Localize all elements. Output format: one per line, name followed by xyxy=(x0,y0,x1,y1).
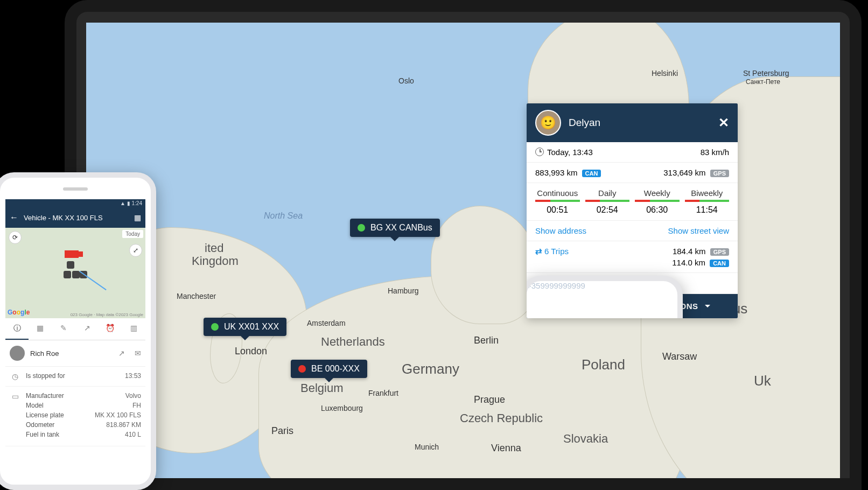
city-amsterdam: Amsterdam xyxy=(307,319,346,327)
badge-can: CAN xyxy=(582,170,601,177)
city-paris: Paris xyxy=(271,425,293,437)
refresh-icon[interactable]: ⟳ xyxy=(9,231,22,244)
city-stpetersburg: St Petersburg xyxy=(743,69,789,78)
stat-biweekly: Biweekly 11:54 xyxy=(685,188,730,215)
route-line xyxy=(79,271,106,290)
stopped-label: Is stopped for xyxy=(26,372,120,380)
tab-alarm[interactable]: ⏰ xyxy=(99,318,122,340)
city-london: London xyxy=(235,346,267,357)
city-helsinki: Helsinki xyxy=(652,69,678,78)
driver-phone[interactable]: +359999999999 xyxy=(527,276,683,318)
card-stats: Continuous 00:51 Daily 02:54 Weekly xyxy=(527,183,738,221)
status-dot-green xyxy=(358,224,365,232)
truck-icon xyxy=(65,250,79,258)
phone-driver-name: Rich Roe xyxy=(30,349,109,358)
country-slovakia: Slovakia xyxy=(563,432,608,446)
mail-icon[interactable]: ✉ xyxy=(135,349,141,358)
city-warsaw: Warsaw xyxy=(662,351,697,362)
trips-can: 114.0 km xyxy=(672,258,705,267)
trips-gps: 184.4 km xyxy=(673,247,706,256)
city-berlin: Berlin xyxy=(474,335,499,346)
waypoint-marker xyxy=(67,261,74,269)
tab-calendar[interactable]: ▦ xyxy=(29,318,52,340)
tab-share[interactable]: ↗ xyxy=(75,318,99,340)
phone-tabs: ⓘ ▦ ✎ ↗ ⏰ ▥ xyxy=(5,318,145,340)
map[interactable]: North Sea Oslo Stockholm Helsinki St Pet… xyxy=(86,23,840,478)
phone-device: ▲ ▮ 1:24 ← Vehicle - MK XX 100 FLS ▦ Tod… xyxy=(0,172,156,490)
sea-label: North Sea xyxy=(264,211,303,221)
badge-can: CAN xyxy=(710,260,729,267)
stat-weekly: Weekly 06:30 xyxy=(635,188,680,215)
map-attribution: 023 Google · Map data ©2023 Google xyxy=(71,312,143,317)
tab-info[interactable]: ⓘ xyxy=(5,318,29,340)
phone-map[interactable]: Today ⟳ ⤢ Google 023 Google · Map data ©… xyxy=(5,228,145,318)
phone-header: ← Vehicle - MK XX 100 FLS ▦ xyxy=(5,207,145,228)
badge-gps: GPS xyxy=(710,248,729,256)
vehicle-pin-bg[interactable]: BG XX CANBus xyxy=(350,219,440,237)
laptop-screen: North Sea Oslo Stockholm Helsinki St Pet… xyxy=(86,23,840,478)
stopped-value: 13:53 xyxy=(125,372,141,380)
stat-value: 06:30 xyxy=(635,205,680,215)
phone-speaker xyxy=(63,187,88,191)
driver-avatar-small[interactable] xyxy=(10,346,25,361)
v-manufacturer: Volvo xyxy=(125,392,141,400)
close-icon[interactable]: ✕ xyxy=(718,115,729,130)
trips-icon: ⇄ xyxy=(535,247,541,256)
stat-value: 02:54 xyxy=(585,205,630,215)
pin-label: BE 000-XXX xyxy=(311,364,360,374)
caret-down-icon xyxy=(705,305,710,310)
city-stpetersburg-ru: Санкт-Пете xyxy=(746,78,780,86)
phone-title: Vehicle - MK XX 100 FLS xyxy=(24,214,129,222)
k-fuel: Fuel in tank xyxy=(26,431,59,438)
country-uk2: Uk xyxy=(754,373,771,389)
phone-details-row: ▭ ManufacturerVolvo ModelFH License plat… xyxy=(5,387,145,446)
phone-status-bar: ▲ ▮ 1:24 xyxy=(5,199,145,207)
stat-label: Weekly xyxy=(635,188,680,198)
google-logo: Google xyxy=(8,309,30,316)
odo-can: 883,993 km xyxy=(535,168,577,177)
driver-card: 🙂 Delyan +359999999999 ✕ Today, 13:43 83… xyxy=(527,103,738,318)
k-plate: License plate xyxy=(26,411,64,419)
time-label: Today, 13:43 xyxy=(547,148,593,157)
tab-stats[interactable]: ▥ xyxy=(122,318,145,340)
show-street-link[interactable]: Show street view xyxy=(668,226,729,235)
today-chip[interactable]: Today xyxy=(122,230,143,238)
country-ited: ited xyxy=(205,241,223,255)
country-poland: Poland xyxy=(582,356,625,373)
stat-label: Daily xyxy=(585,188,630,198)
calendar-icon[interactable]: ▦ xyxy=(134,213,141,222)
expand-icon[interactable]: ⤢ xyxy=(129,244,142,257)
pin-label: BG XX CANBus xyxy=(370,223,432,233)
v-model: FH xyxy=(132,402,141,409)
laptop-device: North Sea Oslo Stockholm Helsinki St Pet… xyxy=(65,0,862,490)
stat-daily: Daily 02:54 xyxy=(585,188,630,215)
driver-avatar[interactable]: 🙂 xyxy=(535,110,561,136)
city-frankfurt: Frankfurt xyxy=(368,389,398,397)
vehicle-pin-uk[interactable]: UK XX01 XXX xyxy=(204,318,286,336)
tab-route[interactable]: ✎ xyxy=(52,318,75,340)
country-belgium: Belgium xyxy=(300,381,343,395)
stat-label: Continuous xyxy=(535,188,580,198)
vehicle-pin-be[interactable]: BE 000-XXX xyxy=(291,360,367,378)
city-manchester: Manchester xyxy=(177,292,216,300)
phone-stopped-row: ◷ Is stopped for 13:53 xyxy=(5,367,145,387)
country-uk: Kingdom xyxy=(192,254,239,268)
badge-gps: GPS xyxy=(710,170,729,177)
trips-link[interactable]: ⇄6 Trips xyxy=(535,247,569,256)
show-address-link[interactable]: Show address xyxy=(535,226,586,235)
phone-screen: ▲ ▮ 1:24 ← Vehicle - MK XX 100 FLS ▦ Tod… xyxy=(5,199,145,479)
share-icon[interactable]: ↗ xyxy=(118,349,125,358)
k-model: Model xyxy=(26,402,44,409)
phone-driver-row: Rich Roe ↗ ✉ xyxy=(5,340,145,367)
vehicle-icon: ▭ xyxy=(10,392,20,401)
country-czech: Czech Republic xyxy=(460,411,543,425)
back-icon[interactable]: ← xyxy=(10,213,18,222)
stat-label: Biweekly xyxy=(685,188,730,198)
city-luxembourg: Luxembourg xyxy=(321,404,363,412)
status-dot-red xyxy=(298,365,306,373)
city-vienna: Vienna xyxy=(491,443,521,454)
city-oslo: Oslo xyxy=(398,76,414,85)
country-netherlands: Netherlands xyxy=(321,335,385,349)
city-prague: Prague xyxy=(474,394,505,405)
driver-name: Delyan xyxy=(569,117,600,129)
